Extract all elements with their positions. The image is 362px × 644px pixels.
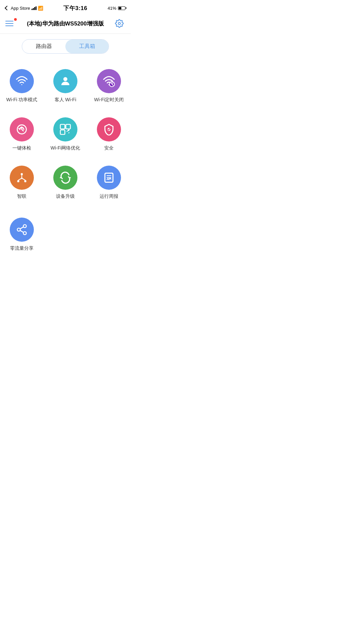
- wifi-power-icon-circle: [10, 69, 34, 93]
- back-label: App Store: [11, 6, 30, 11]
- svg-line-25: [20, 230, 23, 232]
- wifi-optimize-icon: [59, 123, 71, 135]
- zero-share-icon-circle: [10, 218, 34, 242]
- app-header: (本地)华为路由WS5200增强版: [0, 15, 131, 34]
- wifi-timer-label: Wi-Fi定时关闭: [94, 97, 124, 103]
- zhilian-icon: [16, 172, 28, 184]
- status-time: 下午3:16: [63, 4, 87, 12]
- svg-rect-9: [60, 130, 65, 135]
- battery-icon: [118, 6, 125, 10]
- security-label: 安全: [104, 145, 114, 151]
- page-title: (本地)华为路由WS5200增强版: [17, 20, 113, 27]
- signal-icon: [32, 6, 37, 10]
- zhilian-label: 智联: [17, 193, 26, 199]
- wifi-optimize-icon-circle: [53, 117, 77, 141]
- weekly-icon-circle: [97, 166, 121, 190]
- svg-rect-7: [60, 124, 65, 129]
- weekly-icon: [103, 172, 115, 184]
- gear-icon: [115, 19, 124, 28]
- zero-share-icon: [16, 224, 28, 236]
- svg-rect-8: [66, 124, 71, 129]
- svg-rect-13: [24, 180, 26, 182]
- tab-router[interactable]: 路由器: [22, 40, 65, 53]
- wifi-status-icon: 📶: [38, 6, 43, 11]
- grid-item-zhilian[interactable]: 智联: [0, 159, 44, 207]
- wifi-power-label: Wi-Fi 功率模式: [6, 97, 38, 103]
- back-arrow-icon: [5, 6, 9, 10]
- svg-point-22: [17, 228, 20, 231]
- status-left: App Store 📶: [5, 6, 43, 11]
- grid-item-guest-wifi[interactable]: 客人 Wi-Fi: [44, 62, 87, 111]
- grid-item-zero-share[interactable]: 零流量分享: [0, 211, 44, 259]
- svg-rect-11: [21, 173, 23, 175]
- upgrade-icon-circle: [53, 166, 77, 190]
- tool-grid: Wi-Fi 功率模式 客人 Wi-Fi Wi-Fi定时关闭: [0, 59, 131, 211]
- guest-wifi-icon: [59, 75, 71, 87]
- zero-share-label: 零流量分享: [10, 245, 34, 251]
- svg-point-0: [118, 22, 121, 25]
- security-icon: [103, 123, 115, 135]
- tab-toolbox[interactable]: 工具箱: [65, 40, 109, 53]
- battery-percent: 41%: [108, 6, 116, 11]
- svg-point-1: [63, 77, 67, 81]
- security-icon-circle: [97, 117, 121, 141]
- zhilian-icon-circle: [10, 166, 34, 190]
- svg-point-17: [21, 178, 23, 179]
- svg-point-21: [23, 225, 26, 228]
- grid-item-wifi-power[interactable]: Wi-Fi 功率模式: [0, 62, 44, 111]
- grid-item-wifi-optimize[interactable]: Wi-Fi网络优化: [44, 111, 87, 159]
- grid-item-security[interactable]: 安全: [87, 111, 131, 159]
- bottom-row: 零流量分享: [0, 211, 131, 267]
- one-check-label: 一键体检: [12, 145, 31, 151]
- grid-item-wifi-timer[interactable]: Wi-Fi定时关闭: [87, 62, 131, 111]
- grid-item-upgrade[interactable]: 设备升级: [44, 159, 87, 207]
- wifi-timer-icon-circle: [97, 69, 121, 93]
- notification-dot: [14, 18, 17, 21]
- grid-item-one-check[interactable]: 一键体检: [0, 111, 44, 159]
- guest-wifi-label: 客人 Wi-Fi: [55, 97, 76, 103]
- weekly-label: 运行周报: [100, 193, 118, 199]
- settings-button[interactable]: [113, 17, 125, 30]
- svg-point-23: [23, 232, 26, 235]
- wifi-power-icon: [16, 75, 28, 87]
- tab-switcher: 路由器 工具箱: [22, 39, 109, 54]
- upgrade-label: 设备升级: [56, 193, 75, 199]
- svg-rect-12: [17, 180, 19, 182]
- one-check-icon-circle: [10, 117, 34, 141]
- one-check-icon: [16, 123, 28, 135]
- grid-item-weekly[interactable]: 运行周报: [87, 159, 131, 207]
- status-bar: App Store 📶 下午3:16 41%: [0, 0, 131, 15]
- svg-line-24: [20, 227, 23, 229]
- guest-wifi-icon-circle: [53, 69, 77, 93]
- wifi-optimize-label: Wi-Fi网络优化: [51, 145, 80, 151]
- upgrade-icon: [59, 172, 71, 184]
- menu-button[interactable]: [5, 17, 17, 30]
- wifi-timer-icon: [103, 75, 115, 87]
- status-right: 41%: [108, 6, 125, 11]
